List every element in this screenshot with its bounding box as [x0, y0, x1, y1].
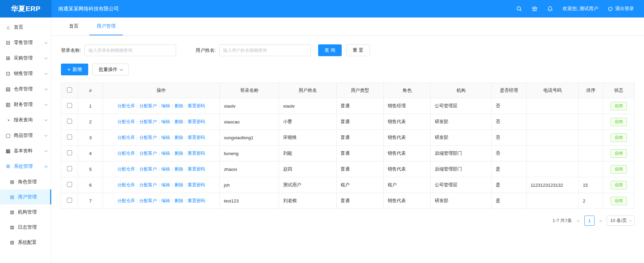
edit-link[interactable]: 编辑 — [161, 135, 170, 140]
action-separator: | — [137, 135, 138, 140]
delete-link[interactable]: 删除 — [174, 166, 183, 172]
row-checkbox[interactable] — [67, 119, 72, 124]
sidebar-subitem-org[interactable]: ▤机构管理 — [0, 204, 51, 220]
cell-role: 销售经理 — [383, 98, 431, 114]
table-row: 7分配仓库|分配客户|编辑|删除|重置密码test123刘老根普通销售代表研发部… — [61, 193, 635, 209]
cell-user-name: 小曹 — [279, 114, 337, 130]
sidebar-item-base[interactable]: ▦基本资料 — [0, 143, 51, 159]
status-badge[interactable]: 启用 — [611, 197, 627, 205]
sidebar-item-warehouse[interactable]: ▤仓库管理 — [0, 81, 51, 97]
sidebar-subitem-log[interactable]: ▤日志管理 — [0, 220, 51, 235]
assign-warehouse-link[interactable]: 分配仓库 — [117, 119, 135, 124]
welcome-user[interactable]: 欢迎您, 测试用户 — [563, 6, 598, 12]
sidebar-item-finance[interactable]: ▥财务管理 — [0, 97, 51, 112]
search-button[interactable]: 查 询 — [318, 44, 342, 56]
sidebar-item-retail[interactable]: ⊟零售管理 — [0, 35, 51, 50]
assign-customer-link[interactable]: 分配客户 — [139, 151, 157, 156]
tab-user-management[interactable]: 用户管理 — [89, 17, 123, 35]
logout-button[interactable]: 退出登录 — [608, 6, 634, 12]
delete-link[interactable]: 删除 — [174, 103, 183, 108]
sidebar-item-goods[interactable]: ▢商品管理 — [0, 128, 51, 143]
sidebar-item-home[interactable]: ⌂首页 — [0, 20, 51, 35]
delete-link[interactable]: 删除 — [174, 135, 183, 140]
reset-password-link[interactable]: 重置密码 — [188, 198, 205, 203]
row-checkbox[interactable] — [67, 198, 72, 203]
tab-home[interactable]: 首页 — [62, 17, 86, 35]
assign-customer-link[interactable]: 分配客户 — [139, 198, 157, 203]
current-page-button[interactable]: 1 — [584, 216, 595, 226]
edit-link[interactable]: 编辑 — [161, 166, 170, 172]
add-button[interactable]: + 新增 — [61, 64, 88, 75]
assign-warehouse-link[interactable]: 分配仓库 — [117, 198, 135, 203]
reset-password-link[interactable]: 重置密码 — [188, 135, 205, 140]
assign-customer-link[interactable]: 分配客户 — [139, 135, 157, 140]
platform-icon[interactable] — [532, 6, 538, 12]
assign-customer-link[interactable]: 分配客户 — [139, 182, 157, 187]
assign-customer-link[interactable]: 分配客户 — [139, 103, 157, 108]
reset-password-link[interactable]: 重置密码 — [188, 103, 205, 108]
sidebar-item-report[interactable]: ◔报表查询 — [0, 112, 51, 128]
row-index: 7 — [78, 193, 103, 209]
search-icon[interactable] — [516, 6, 522, 12]
sidebar-item-system[interactable]: ⚙系统管理 — [0, 159, 51, 174]
delete-link[interactable]: 删除 — [174, 119, 183, 124]
cell-organization: 研发部 — [431, 193, 492, 209]
edit-link[interactable]: 编辑 — [161, 198, 170, 203]
row-checkbox[interactable] — [67, 166, 72, 171]
assign-warehouse-link[interactable]: 分配仓库 — [117, 182, 135, 187]
cell-sort: 2 — [579, 193, 603, 209]
page-size-select[interactable]: 10 条/页 — [607, 216, 635, 226]
cell-organization: 公司管理层 — [431, 98, 492, 114]
cell-role: 租户 — [383, 177, 431, 193]
reset-password-link[interactable]: 重置密码 — [188, 166, 205, 172]
next-page-button[interactable]: > — [599, 218, 603, 224]
reset-password-link[interactable]: 重置密码 — [188, 119, 205, 124]
assign-warehouse-link[interactable]: 分配仓库 — [117, 166, 135, 172]
row-actions: 分配仓库|分配客户|编辑|删除|重置密码 — [103, 98, 220, 114]
edit-link[interactable]: 编辑 — [161, 182, 170, 187]
assign-customer-link[interactable]: 分配客户 — [139, 166, 157, 172]
action-separator: | — [137, 104, 138, 108]
prev-page-button[interactable]: < — [576, 218, 580, 224]
action-separator: | — [172, 119, 173, 124]
select-all-checkbox[interactable] — [67, 87, 72, 92]
assign-warehouse-link[interactable]: 分配仓库 — [117, 103, 135, 108]
status-badge[interactable]: 启用 — [611, 134, 627, 142]
sidebar-item-sales[interactable]: ⊡销售管理 — [0, 66, 51, 81]
login-name-input[interactable] — [84, 44, 176, 56]
assign-warehouse-link[interactable]: 分配仓库 — [117, 151, 135, 156]
action-separator: | — [137, 198, 138, 203]
user-name-input[interactable] — [219, 44, 311, 56]
edit-link[interactable]: 编辑 — [161, 103, 170, 108]
delete-link[interactable]: 删除 — [174, 198, 183, 203]
delete-link[interactable]: 删除 — [174, 151, 183, 156]
assign-customer-link[interactable]: 分配客户 — [139, 119, 157, 124]
row-checkbox[interactable] — [67, 182, 72, 187]
sidebar-subitem-user[interactable]: ▤用户管理 — [0, 189, 51, 204]
status-badge[interactable]: 启用 — [611, 149, 627, 158]
row-checkbox[interactable] — [67, 150, 72, 155]
sidebar-subitem-config[interactable]: ▤系统配置 — [0, 235, 51, 250]
cell-phone — [526, 161, 578, 177]
reset-password-link[interactable]: 重置密码 — [188, 182, 205, 187]
reset-button[interactable]: 重 置 — [346, 44, 370, 56]
batch-actions-button[interactable]: 批量操作 — [92, 64, 129, 75]
delete-link[interactable]: 删除 — [174, 182, 183, 187]
status-badge[interactable]: 启用 — [611, 102, 627, 110]
bell-icon[interactable] — [547, 6, 553, 12]
cell-sort — [579, 114, 603, 130]
app-logo[interactable]: 华夏ERP — [0, 0, 52, 17]
user-table: #操作登录名称用户姓名用户类型角色机构是否经理电话号码排序状态 1分配仓库|分配… — [61, 83, 635, 209]
status-badge[interactable]: 启用 — [611, 165, 627, 174]
sidebar-subitem-role[interactable]: ▤角色管理 — [0, 174, 51, 189]
sidebar-item-purchase[interactable]: ⊞采购管理 — [0, 50, 51, 66]
reset-password-link[interactable]: 重置密码 — [188, 151, 205, 156]
row-index: 4 — [78, 146, 103, 161]
edit-link[interactable]: 编辑 — [161, 119, 170, 124]
edit-link[interactable]: 编辑 — [161, 151, 170, 156]
row-checkbox[interactable] — [67, 103, 72, 108]
assign-warehouse-link[interactable]: 分配仓库 — [117, 135, 135, 140]
row-checkbox[interactable] — [67, 135, 72, 140]
status-badge[interactable]: 启用 — [611, 118, 627, 126]
status-badge[interactable]: 启用 — [611, 181, 627, 189]
